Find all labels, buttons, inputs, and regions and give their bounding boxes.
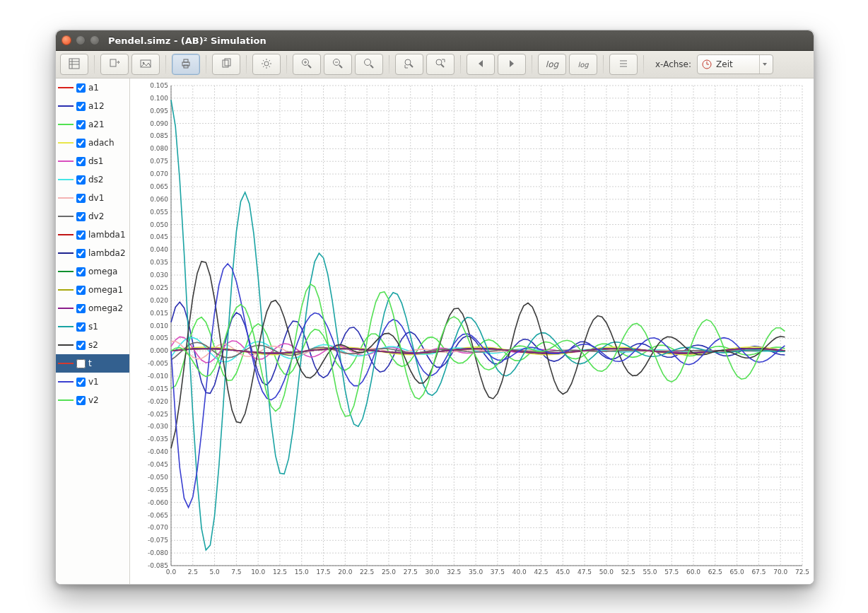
zoom-x-button[interactable] — [395, 54, 423, 75]
image-button[interactable] — [131, 54, 160, 75]
svg-text:32.5: 32.5 — [447, 568, 461, 576]
zoom-in-icon — [301, 58, 312, 71]
legend-item-v1[interactable]: v1 — [56, 373, 129, 391]
svg-text:-0.030: -0.030 — [148, 423, 168, 430]
window-minimize-button[interactable] — [76, 35, 86, 45]
print-icon — [180, 58, 192, 71]
legend-checkbox[interactable] — [76, 120, 86, 129]
legend-checkbox[interactable] — [76, 267, 86, 276]
legend-item-t[interactable]: t — [56, 354, 129, 373]
legend-item-lambda1[interactable]: lambda1 — [56, 226, 129, 244]
svg-rect-4 — [110, 59, 116, 66]
toolbar-separator — [532, 55, 532, 74]
export-button[interactable] — [100, 54, 129, 75]
window-close-button[interactable] — [61, 35, 71, 45]
table-view-button[interactable] — [60, 54, 88, 75]
legend-checkbox[interactable] — [76, 102, 86, 111]
legend-swatch — [58, 142, 74, 144]
next-button[interactable] — [498, 54, 526, 75]
legend-item-omega[interactable]: omega — [56, 262, 129, 281]
legend-swatch — [58, 160, 74, 162]
legend-checkbox[interactable] — [76, 286, 86, 295]
svg-text:65.0: 65.0 — [730, 568, 744, 576]
legend-item-omega2[interactable]: omega2 — [56, 299, 129, 317]
svg-text:42.5: 42.5 — [534, 568, 548, 576]
svg-text:-0.060: -0.060 — [148, 499, 168, 506]
zoom-out-icon — [332, 58, 344, 71]
legend-swatch — [58, 252, 74, 254]
log-settings-button[interactable]: log — [569, 54, 597, 75]
svg-text:0.040: 0.040 — [150, 246, 168, 253]
legend-checkbox[interactable] — [76, 396, 86, 405]
prev-button[interactable] — [467, 54, 495, 75]
app-window: Pendel.simz - (AB)² Simulation — [55, 30, 814, 585]
legend-item-dv1[interactable]: dv1 — [56, 189, 129, 207]
legend-checkbox[interactable] — [76, 341, 86, 350]
legend-item-s1[interactable]: s1 — [56, 317, 129, 336]
legend-item-v2[interactable]: v2 — [56, 391, 129, 409]
svg-text:57.5: 57.5 — [664, 568, 679, 576]
legend-label: ds1 — [88, 156, 104, 166]
zoom-out-button[interactable] — [324, 54, 352, 75]
legend-checkbox[interactable] — [76, 249, 86, 258]
content-area: a1a12a21adachds1ds2dv1dv2lambda1lambda2o… — [56, 78, 814, 585]
settings-button[interactable] — [252, 54, 281, 75]
legend-label: adach — [88, 138, 115, 148]
legend-checkbox[interactable] — [76, 175, 86, 185]
legend-item-s2[interactable]: s2 — [56, 336, 129, 354]
zoom-fit-button[interactable] — [355, 54, 383, 75]
legend-label: omega — [88, 267, 117, 276]
legend-item-a12[interactable]: a12 — [56, 97, 129, 115]
log-button[interactable]: log — [538, 54, 566, 75]
legend-item-adach[interactable]: adach — [56, 134, 129, 152]
svg-text:-0.055: -0.055 — [148, 486, 168, 494]
svg-text:45.0: 45.0 — [556, 568, 570, 576]
zoom-fit-icon — [363, 58, 375, 71]
legend-checkbox[interactable] — [76, 322, 86, 332]
legend-checkbox[interactable] — [76, 83, 86, 93]
svg-text:15.0: 15.0 — [295, 568, 309, 576]
log-settings-icon: log — [577, 61, 588, 69]
plot-area[interactable]: -0.085-0.080-0.075-0.070-0.065-0.060-0.0… — [130, 78, 814, 585]
svg-text:37.5: 37.5 — [491, 568, 505, 576]
legend-item-a21[interactable]: a21 — [56, 115, 129, 134]
legend-checkbox[interactable] — [76, 212, 86, 221]
svg-text:-0.050: -0.050 — [148, 474, 168, 481]
svg-text:0.015: 0.015 — [150, 310, 168, 317]
legend-checkbox[interactable] — [76, 157, 86, 166]
copy-button[interactable] — [212, 54, 240, 75]
legend-item-lambda2[interactable]: lambda2 — [56, 244, 129, 262]
zoom-y-button[interactable] — [426, 54, 454, 75]
legend-checkbox[interactable] — [76, 359, 86, 368]
window-maximize-button[interactable] — [90, 35, 100, 45]
legend-swatch — [58, 179, 74, 180]
svg-point-30 — [405, 59, 411, 65]
legend-checkbox[interactable] — [76, 378, 86, 387]
print-button[interactable] — [172, 54, 200, 75]
legend-checkbox[interactable] — [76, 139, 86, 148]
legend-label: s2 — [88, 340, 98, 350]
legend-item-ds1[interactable]: ds1 — [56, 152, 129, 170]
legend-item-a1[interactable]: a1 — [56, 78, 129, 97]
legend-item-dv2[interactable]: dv2 — [56, 207, 129, 226]
legend-label: a12 — [88, 101, 105, 111]
legend-label: lambda1 — [88, 230, 126, 240]
svg-text:-0.075: -0.075 — [148, 537, 168, 544]
svg-text:0.005: 0.005 — [150, 334, 168, 341]
svg-text:40.0: 40.0 — [512, 568, 527, 576]
legend-item-ds2[interactable]: ds2 — [56, 170, 129, 189]
xaxis-select[interactable]: Zeit — [697, 54, 773, 74]
legend-swatch — [58, 216, 74, 217]
legend-item-omega1[interactable]: omega1 — [56, 281, 129, 299]
legend-checkbox[interactable] — [76, 194, 86, 203]
xaxis-label: x-Achse: — [655, 59, 691, 69]
series-v1 — [171, 264, 785, 508]
svg-text:0.105: 0.105 — [150, 82, 168, 89]
legend-checkbox[interactable] — [76, 304, 86, 313]
list-button[interactable] — [609, 54, 638, 75]
svg-text:17.5: 17.5 — [317, 568, 331, 576]
svg-text:67.5: 67.5 — [751, 568, 766, 576]
toolbar-separator — [286, 55, 287, 74]
zoom-in-button[interactable] — [293, 54, 321, 75]
legend-checkbox[interactable] — [76, 230, 86, 240]
